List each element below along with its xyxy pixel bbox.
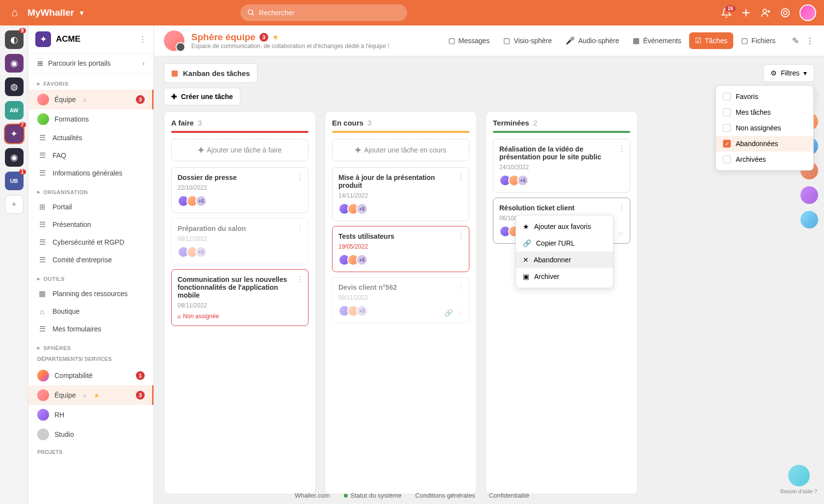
card-menu-icon[interactable]: ⋮ — [618, 203, 626, 212]
nav-equipe[interactable]: Équipe ⩍ 3 — [28, 90, 154, 109]
plus-icon[interactable] — [741, 7, 751, 18]
rail-item[interactable]: ◉ — [5, 148, 24, 167]
doc-icon: ☰ — [37, 220, 47, 229]
card-menu-icon[interactable]: ⋮ — [296, 224, 304, 233]
help-widget[interactable]: Besoin d'aide ? — [780, 465, 817, 494]
tab-audio[interactable]: 🎤Audio-sphère — [560, 32, 625, 49]
rail-item[interactable]: ◉ — [5, 54, 24, 73]
card-menu-icon[interactable]: ⋮ — [296, 275, 304, 284]
filter-mes-taches[interactable]: Mes tâches — [716, 104, 813, 120]
card-menu-icon[interactable]: ⋮ — [457, 231, 465, 241]
checkbox-icon — [723, 108, 731, 116]
more-icon[interactable]: ⋮ — [806, 36, 814, 46]
checkbox-icon — [723, 93, 731, 101]
nav-cyber[interactable]: ☰Cybersécurité et RGPD — [28, 233, 154, 251]
task-card[interactable]: Réalisation de la vidéo de présentation … — [493, 139, 630, 193]
rail-item-active[interactable]: ✦7 — [5, 125, 24, 143]
ctx-favorite[interactable]: ★Ajouter aux favoris — [516, 218, 613, 235]
global-search[interactable] — [240, 4, 407, 21]
filter-non-assignees[interactable]: Non assignées — [716, 120, 813, 136]
tab-tasks[interactable]: ☑Tâches — [689, 32, 733, 49]
card-menu-icon[interactable]: ⋮ — [296, 173, 304, 182]
search-input[interactable] — [259, 9, 400, 17]
footer-terms[interactable]: Conditions générales — [415, 492, 475, 499]
create-task-button[interactable]: ✚ Créer une tâche — [164, 88, 240, 105]
filter-archivees[interactable]: Archivées — [716, 151, 813, 167]
nav-rh[interactable]: RH — [28, 405, 154, 425]
doc-icon: ☰ — [37, 255, 47, 265]
workspace-menu-icon[interactable]: ⋮ — [139, 35, 147, 44]
card-menu-icon[interactable]: ⋮ — [457, 282, 465, 292]
workspace-header: ✦ ACME ⋮ — [28, 25, 154, 53]
task-card[interactable]: Dossier de presse 22/10/2022 +5 ⋮ — [171, 167, 309, 213]
star-icon[interactable]: ☆ — [618, 229, 624, 237]
task-card[interactable]: Mise à jour de la présentation produit 1… — [332, 167, 469, 221]
tab-visio[interactable]: ▢Visio-sphère — [497, 32, 558, 49]
notifications-icon[interactable]: 26 — [721, 7, 732, 18]
app-logo[interactable]: ⌂ MyWhaller ▾ — [8, 6, 83, 20]
footer-status[interactable]: Statut du système — [343, 492, 401, 499]
presence-avatar[interactable] — [800, 186, 818, 204]
add-task-doing[interactable]: ✚Ajouter une tâche en cours — [332, 139, 469, 161]
link-icon[interactable]: 🔗 — [444, 309, 453, 317]
nav-actualites[interactable]: ☰Actualités — [28, 129, 154, 147]
filter-favoris[interactable]: Favoris — [716, 89, 813, 104]
ctx-copy-url[interactable]: 🔗Copier l'URL — [516, 235, 613, 252]
card-menu-icon[interactable]: ⋮ — [618, 144, 626, 153]
nav-infos[interactable]: ☰Informations générales — [28, 164, 154, 182]
filter-icon: ⚙ — [771, 69, 777, 77]
ctx-archive[interactable]: ▣Archiver — [516, 268, 613, 285]
task-card[interactable]: Tests utilisateurs 19/05/2022 +5 ⋮ — [332, 226, 469, 272]
group-icon: ⩍ — [178, 313, 180, 320]
task-card[interactable]: Préparation du salon 08/11/2022 +5 ⋮ — [171, 218, 309, 264]
browse-portals[interactable]: ⊞ Parcourir les portails › — [28, 53, 154, 74]
nav-presentation[interactable]: ☰Présentation — [28, 216, 154, 233]
task-card[interactable]: Communication sur les nouvelles fonction… — [171, 269, 309, 326]
tab-events[interactable]: ▦Événements — [627, 32, 687, 49]
tab-messages[interactable]: ▢Messages — [442, 32, 496, 49]
nav-comite[interactable]: ☰Comité d'entreprise — [28, 251, 154, 269]
nav-formulaires[interactable]: ☰Mes formulaires — [28, 320, 154, 338]
star-icon[interactable]: ☆ — [457, 309, 463, 317]
help-icon[interactable] — [780, 7, 791, 18]
search-icon — [247, 9, 255, 17]
plus-icon: ✚ — [171, 93, 177, 101]
rail-item[interactable]: AW — [5, 101, 24, 120]
task-card[interactable]: Devis client n°562 08/11/2022 +5 🔗☆ ⋮ — [332, 277, 469, 323]
assignees: +5 — [338, 203, 463, 215]
rail-item[interactable]: ◍ — [5, 77, 24, 96]
chevron-right-icon: › — [142, 59, 145, 67]
chevron-down-icon[interactable]: ▾ — [80, 9, 83, 17]
nav-studio[interactable]: Studio — [28, 425, 154, 444]
nav-planning[interactable]: ▦Planning des ressources — [28, 285, 154, 302]
star-icon: ★ — [523, 223, 529, 230]
invite-icon[interactable] — [760, 7, 771, 18]
tab-files[interactable]: ▢Fichiers — [735, 32, 781, 49]
rail-item[interactable]: UB1 — [5, 172, 24, 190]
ctx-abandon[interactable]: ✕Abandonner — [516, 252, 613, 268]
sphere-avatar-icon — [37, 389, 49, 401]
plus-icon: ✚ — [355, 146, 361, 154]
add-task-todo[interactable]: ✚Ajouter une tâche à faire — [171, 139, 309, 161]
edit-icon[interactable]: ✎ — [792, 36, 799, 46]
close-icon: ✕ — [523, 256, 529, 264]
footer-site[interactable]: Whaller.com — [295, 492, 330, 499]
nav-comptabilite[interactable]: Comptabilité1 — [28, 366, 154, 385]
filter-abandonnees[interactable]: ✓Abandonnées — [716, 136, 813, 151]
card-menu-icon[interactable]: ⋮ — [457, 173, 465, 182]
rail-item[interactable]: ◐9 — [5, 30, 24, 49]
nav-portail[interactable]: ⊞Portail — [28, 198, 154, 216]
dept-label: DÉPARTEMENTS/ SERVICES — [28, 354, 154, 366]
footer-privacy[interactable]: Confidentialité — [489, 492, 529, 499]
star-icon[interactable]: ★ — [272, 33, 279, 42]
rail-add-icon[interactable]: + — [5, 195, 24, 214]
nav-faq[interactable]: ☰FAQ — [28, 147, 154, 164]
section-outils: ▸ OUTILS — [28, 269, 154, 285]
presence-avatar[interactable] — [800, 211, 818, 228]
nav-boutique[interactable]: ⌂Boutique — [28, 302, 154, 320]
svg-line-1 — [252, 14, 254, 15]
user-avatar[interactable] — [799, 4, 816, 21]
filters-button[interactable]: ⚙ Filtres ▾ Favoris Mes tâches Non assig… — [763, 64, 814, 82]
nav-equipe2[interactable]: Équipe⩍★3 — [28, 385, 154, 405]
nav-formations[interactable]: Formations — [28, 109, 154, 129]
